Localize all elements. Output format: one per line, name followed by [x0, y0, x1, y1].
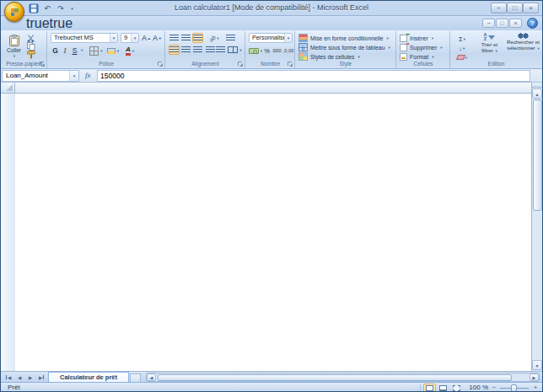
find-select-button[interactable]: Rechercher etsélectionner ▾ — [507, 33, 540, 59]
workbook-close-button[interactable]: × — [509, 19, 522, 28]
align-middle-button[interactable] — [180, 33, 191, 43]
decrease-decimal-button[interactable]: ,00 — [288, 46, 293, 56]
ribbon-group-editing: Σ▾ ↓▾ ▾ AZ Trier etfiltrer ▾ Rechercher … — [451, 31, 541, 68]
name-box-dropdown[interactable]: ▾ — [69, 71, 78, 81]
delete-cells-button[interactable]: Supprimer▾ — [400, 43, 448, 51]
grow-font-button[interactable]: A▲ — [141, 33, 152, 43]
horizontal-scroll-thumb[interactable] — [158, 374, 512, 382]
page-layout-icon — [439, 385, 447, 391]
conditional-formatting-button[interactable]: Mise en forme conditionnelle▾ — [298, 34, 394, 42]
normal-view-button[interactable] — [423, 384, 436, 392]
name-box[interactable]: Loan_Amount▾ — [2, 70, 79, 82]
delete-icon — [400, 44, 407, 51]
alignment-dialog-launcher[interactable] — [238, 62, 242, 66]
workbook-restore-button[interactable]: □ — [496, 19, 508, 28]
orientation-icon: ab — [208, 34, 217, 42]
format-as-table-button[interactable]: Mettre sous forme de tableau▾ — [298, 43, 394, 51]
formula-input[interactable]: 150000 — [97, 70, 530, 82]
help-button[interactable]: ? — [527, 18, 538, 29]
quick-access-toolbar: ↶ ↷ ▾ — [28, 3, 76, 14]
group-label-font: Police — [48, 60, 164, 67]
wrap-text-button[interactable] — [223, 33, 238, 43]
save-button[interactable] — [28, 3, 40, 14]
number-dialog-launcher[interactable] — [288, 62, 292, 66]
dropdown-icon: ▾ — [110, 34, 117, 42]
font-name-select[interactable]: Trebuchet MS▾ — [51, 33, 118, 43]
align-right-button[interactable] — [192, 45, 203, 55]
zoom-out-button[interactable]: − — [490, 384, 498, 392]
align-bottom-button[interactable] — [192, 33, 203, 43]
scroll-up-button[interactable]: ▲ — [532, 89, 542, 99]
undo-button[interactable]: ↶ — [41, 3, 53, 14]
ribbon: Coller ▾ Presse-papiers Trebuchet MS▾ 9▾… — [1, 30, 542, 69]
copy-icon — [27, 42, 35, 51]
page-layout-view-button[interactable] — [437, 384, 449, 392]
align-center-button[interactable] — [180, 45, 191, 55]
select-all-corner[interactable] — [1, 83, 15, 94]
redo-button[interactable]: ↷ — [55, 3, 67, 14]
sort-filter-button[interactable]: AZ Trier etfiltrer ▾ — [473, 33, 506, 59]
last-sheet-button[interactable]: ▶ — [36, 373, 46, 382]
formula-bar: Loan_Amount▾ fx 150000 — [1, 69, 542, 83]
sheet-grid[interactable] — [15, 94, 533, 371]
ribbon-group-cells: Insérer▾ Supprimer▾ Format▾ Cellules — [397, 31, 450, 68]
zoom-in-button[interactable]: + — [531, 384, 540, 392]
copy-button[interactable] — [25, 42, 44, 51]
borders-button[interactable]: ▾ — [89, 46, 104, 56]
insert-cells-button[interactable]: Insérer▾ — [400, 34, 448, 42]
first-sheet-button[interactable]: ◀ — [3, 373, 13, 382]
zoom-slider-thumb[interactable] — [511, 384, 517, 392]
prev-sheet-button[interactable]: ◀ — [14, 373, 24, 382]
underline-dropdown-icon[interactable]: ▾ — [81, 48, 83, 52]
zoom-level[interactable]: 100 % — [469, 383, 488, 392]
split-handle[interactable] — [532, 83, 542, 88]
format-painter-button[interactable] — [25, 51, 44, 59]
percent-style-button[interactable]: % — [263, 46, 271, 56]
scissors-icon — [27, 35, 35, 42]
vertical-scrollbar[interactable]: ▲ ▼ — [531, 83, 542, 371]
insert-function-button[interactable]: fx — [85, 71, 91, 79]
qat-customize-button[interactable]: ▾ — [68, 3, 76, 14]
cut-button[interactable] — [25, 34, 44, 42]
scroll-down-button[interactable]: ▼ — [532, 360, 542, 370]
restore-button[interactable]: □ — [507, 3, 523, 13]
fill-color-button[interactable]: ▾ — [105, 46, 121, 56]
ribbon-tab-strip: truetrue − □ × ? — [1, 16, 542, 30]
binoculars-icon — [518, 33, 529, 39]
close-button[interactable]: × — [523, 3, 539, 13]
comma-style-button[interactable]: 000 — [272, 46, 282, 56]
workbook-minimize-button[interactable]: − — [482, 19, 495, 28]
page-break-view-button[interactable] — [450, 384, 463, 392]
office-button[interactable] — [4, 2, 24, 22]
scroll-left-button[interactable]: ◀ — [147, 373, 156, 381]
vertical-scroll-thumb[interactable] — [533, 99, 542, 211]
paste-button[interactable]: Coller ▾ — [4, 33, 24, 60]
italic-button[interactable]: I — [61, 46, 69, 56]
sheet-tab-bar: ◀ ◀ ▶ ▶ Calculateur de prêt ◀ ▶ — [1, 371, 542, 382]
bold-button[interactable]: G — [51, 46, 60, 56]
increase-indent-button[interactable] — [216, 45, 225, 55]
minimize-button[interactable]: − — [491, 3, 507, 13]
underline-button[interactable]: S — [70, 46, 79, 56]
shrink-font-button[interactable]: A▼ — [152, 33, 163, 43]
orientation-button[interactable]: ab▾ — [207, 33, 221, 43]
font-dialog-launcher[interactable] — [158, 62, 162, 66]
next-sheet-button[interactable]: ▶ — [25, 373, 35, 382]
accounting-format-button[interactable]: ▾ — [249, 46, 262, 56]
scroll-right-button[interactable]: ▶ — [530, 373, 539, 381]
horizontal-scrollbar[interactable]: ◀ ▶ — [146, 373, 540, 382]
font-color-button[interactable]: A▾ — [122, 46, 137, 56]
ribbon-group-number: Personnalisé▾ ▾ % 000 ,0 ,00 Nombre — [246, 31, 295, 68]
clipboard-dialog-launcher[interactable] — [40, 62, 44, 66]
merge-center-button[interactable]: ▾ — [227, 45, 243, 55]
column-headers — [15, 83, 531, 94]
font-size-select[interactable]: 9▾ — [121, 33, 139, 43]
decrease-indent-button[interactable] — [206, 45, 215, 55]
align-top-button[interactable] — [169, 33, 180, 43]
align-left-button[interactable] — [169, 45, 180, 55]
number-format-select[interactable]: Personnalisé▾ — [249, 33, 293, 43]
status-mode: Prêt — [8, 383, 20, 392]
row-headers — [1, 94, 15, 371]
font-color-icon: A — [126, 46, 131, 56]
zoom-slider[interactable] — [500, 388, 529, 389]
